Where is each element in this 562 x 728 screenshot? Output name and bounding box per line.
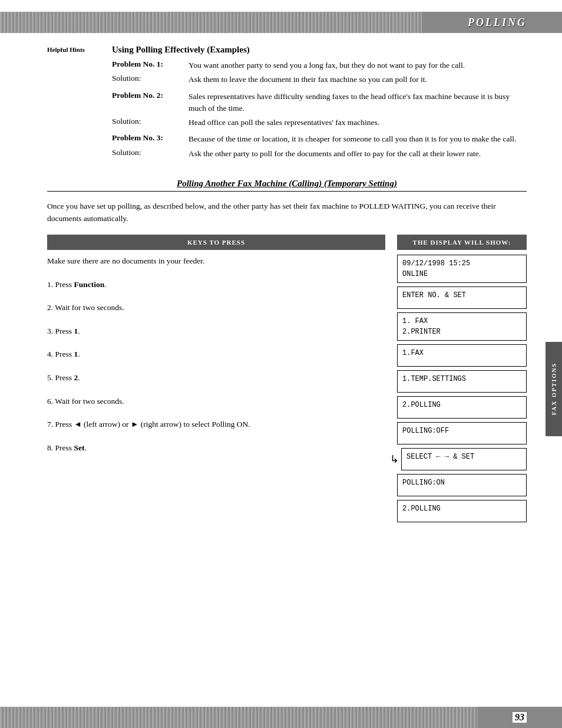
problem-text-1: You want another party to send you a lon… bbox=[189, 60, 527, 71]
display-box-10: 2.POLLING bbox=[397, 500, 527, 522]
step-2-text: 2. Wait for two seconds. bbox=[47, 303, 124, 312]
display-line-1b: ONLINE bbox=[402, 269, 521, 279]
display-box-2: ENTER NO. & SET bbox=[397, 286, 527, 309]
display-line-2a: ENTER NO. & SET bbox=[402, 290, 521, 301]
footer-pattern bbox=[0, 707, 478, 728]
display-line-10a: 2.POLLING bbox=[402, 503, 521, 514]
section-title: Polling Another Fax Machine (Calling) (T… bbox=[47, 179, 527, 192]
display-box-7: POLLING:OFF bbox=[397, 422, 527, 444]
problem-label-1: Problem No. 1: bbox=[112, 60, 189, 71]
problem-text-2: Sales representatives have difficulty se… bbox=[189, 91, 527, 115]
step-initial: Make sure there are no documents in your… bbox=[47, 255, 385, 268]
solution-text-1: Ask them to leave the document in their … bbox=[189, 74, 527, 85]
header-title: POLLING bbox=[468, 17, 527, 29]
step-6-text: 6. Wait for two seconds. bbox=[47, 397, 124, 406]
problem-text-3: Because of the time or location, it is c… bbox=[189, 133, 527, 145]
display-line-6a: 2.POLLING bbox=[402, 400, 521, 410]
display-boxes: 09/12/1998 15:25 ONLINE ENTER NO. & SET … bbox=[397, 255, 527, 522]
display-line-9a: POLLING:ON bbox=[402, 477, 521, 488]
intro-text: Once you have set up polling, as describ… bbox=[47, 200, 527, 225]
problem-row-2: Problem No. 2: Sales representatives hav… bbox=[112, 91, 527, 115]
page-number: 93 bbox=[513, 712, 527, 723]
step-5-text: 5. Press 2. bbox=[47, 373, 80, 382]
step-3-text: 3. Press 1. bbox=[47, 327, 80, 335]
solution-row-2: Solution: Head office can poll the sales… bbox=[112, 117, 527, 129]
display-line-7a: POLLING:OFF bbox=[402, 426, 521, 436]
step-7: 7. Press ◄ (left arrow) or ► (right arro… bbox=[47, 418, 385, 431]
step-7-text: 7. Press ◄ (left arrow) or ► (right arro… bbox=[47, 420, 250, 429]
display-box-4: 1.FAX bbox=[397, 344, 527, 367]
page-wrapper: POLLING Helpful Hints Using Polling Effe… bbox=[0, 0, 562, 728]
instruction-container: KEYS TO PRESS Make sure there are no doc… bbox=[47, 235, 527, 522]
hints-section: Helpful Hints Using Polling Effectively … bbox=[47, 45, 527, 164]
step-1: 1. Press Function. bbox=[47, 278, 385, 291]
problem-row-1: Problem No. 1: You want another party to… bbox=[112, 60, 527, 71]
footer-bar: 93 bbox=[0, 707, 562, 728]
main-content: Helpful Hints Using Polling Effectively … bbox=[0, 45, 562, 522]
problem-row-3: Problem No. 3: Because of the time or lo… bbox=[112, 133, 527, 145]
hints-title: Using Polling Effectively (Examples) bbox=[112, 45, 527, 55]
step-8-text: 8. Press Set. bbox=[47, 443, 87, 452]
hints-label: Helpful Hints bbox=[47, 45, 112, 164]
step-2: 2. Wait for two seconds. bbox=[47, 301, 385, 314]
side-tab: FAX OPTIONS bbox=[546, 342, 562, 436]
solution-row-1: Solution: Ask them to leave the document… bbox=[112, 74, 527, 85]
display-box-5: 1.TEMP.SETTINGS bbox=[397, 370, 527, 393]
solution-text-2: Head office can poll the sales represent… bbox=[189, 117, 527, 129]
curved-arrow-icon: ↳ bbox=[390, 453, 399, 466]
display-box-6: 2.POLLING bbox=[397, 396, 527, 419]
display-header: THE DISPLAY WILL SHOW: bbox=[397, 235, 527, 250]
step-4: 4. Press 1. bbox=[47, 348, 385, 361]
display-line-5a: 1.TEMP.SETTINGS bbox=[402, 374, 521, 384]
side-tab-text: FAX OPTIONS bbox=[551, 363, 557, 415]
display-line-8a: SELECT ← → & SET bbox=[406, 452, 521, 462]
display-box-9: POLLING:ON bbox=[397, 474, 527, 496]
step-8: 8. Press Set. bbox=[47, 442, 385, 454]
display-box-3: 1. FAX 2.PRINTER bbox=[397, 312, 527, 341]
step-6: 6. Wait for two seconds. bbox=[47, 395, 385, 408]
display-column: THE DISPLAY WILL SHOW: 09/12/1998 15:25 … bbox=[397, 235, 527, 522]
header-bar: POLLING bbox=[0, 12, 562, 33]
solution-label-3: Solution: bbox=[112, 148, 189, 160]
display-line-4a: 1.FAX bbox=[402, 348, 521, 358]
display-line-1a: 09/12/1998 15:25 bbox=[402, 258, 521, 269]
hints-content: Using Polling Effectively (Examples) Pro… bbox=[112, 45, 527, 164]
problem-label-2: Problem No. 2: bbox=[112, 91, 189, 115]
step-1-text: 1. Press Function. bbox=[47, 280, 107, 289]
problem-label-3: Problem No. 3: bbox=[112, 133, 189, 145]
step-4-text: 4. Press 1. bbox=[47, 350, 80, 358]
display-box-1: 09/12/1998 15:25 ONLINE bbox=[397, 255, 527, 283]
keys-header: KEYS TO PRESS bbox=[47, 235, 385, 250]
solution-text-3: Ask the other party to poll for the docu… bbox=[189, 148, 527, 160]
display-line-3b: 2.PRINTER bbox=[402, 327, 521, 337]
display-box-8: SELECT ← → & SET bbox=[401, 448, 527, 470]
keys-column: KEYS TO PRESS Make sure there are no doc… bbox=[47, 235, 385, 522]
header-pattern bbox=[0, 12, 422, 33]
step-5: 5. Press 2. bbox=[47, 371, 385, 384]
step-3: 3. Press 1. bbox=[47, 325, 385, 338]
solution-label-1: Solution: bbox=[112, 74, 189, 85]
arrow-container: ↳ SELECT ← → & SET bbox=[397, 448, 527, 470]
display-line-3a: 1. FAX bbox=[402, 316, 521, 327]
solution-label-2: Solution: bbox=[112, 117, 189, 129]
solution-row-3: Solution: Ask the other party to poll fo… bbox=[112, 148, 527, 160]
